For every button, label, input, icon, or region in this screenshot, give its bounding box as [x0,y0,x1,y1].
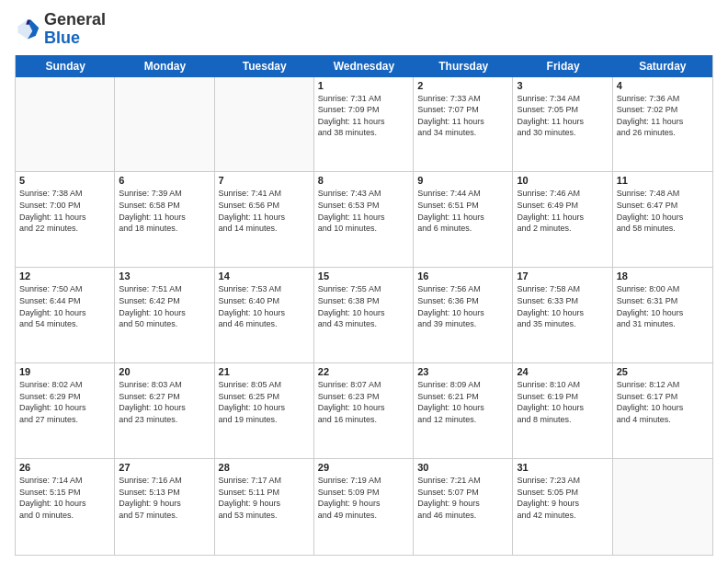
weekday-header-monday: Monday [115,55,214,77]
calendar-cell-15: 15Sunrise: 7:55 AM Sunset: 6:38 PM Dayli… [314,268,414,362]
day-info: Sunrise: 7:34 AM Sunset: 7:05 PM Dayligh… [517,93,608,139]
day-number: 17 [517,270,608,282]
weekday-header-thursday: Thursday [414,55,513,77]
day-number: 28 [219,462,310,473]
calendar-cell-27: 27Sunrise: 7:16 AM Sunset: 5:13 PM Dayli… [115,459,214,555]
calendar-cell-26: 26Sunrise: 7:14 AM Sunset: 5:15 PM Dayli… [16,459,115,555]
day-info: Sunrise: 8:00 AM Sunset: 6:31 PM Dayligh… [617,283,709,329]
calendar-cell-20: 20Sunrise: 8:03 AM Sunset: 6:27 PM Dayli… [115,363,214,458]
weekday-header-tuesday: Tuesday [215,55,314,77]
day-number: 10 [517,175,608,186]
day-number: 15 [318,270,409,282]
day-number: 20 [119,366,210,377]
calendar-row-3: 19Sunrise: 8:02 AM Sunset: 6:29 PM Dayli… [16,363,712,459]
day-info: Sunrise: 7:58 AM Sunset: 6:33 PM Dayligh… [517,283,608,329]
day-number: 22 [318,366,409,377]
logo-blue-text: Blue [44,29,80,47]
calendar-cell-14: 14Sunrise: 7:53 AM Sunset: 6:40 PM Dayli… [215,268,314,362]
weekday-header-sunday: Sunday [16,55,115,77]
day-info: Sunrise: 7:14 AM Sunset: 5:15 PM Dayligh… [19,475,110,521]
day-info: Sunrise: 7:21 AM Sunset: 5:07 PM Dayligh… [417,475,508,521]
calendar-body: 1Sunrise: 7:31 AM Sunset: 7:09 PM Daylig… [16,77,712,555]
day-number: 6 [119,175,210,186]
day-number: 3 [517,80,608,91]
day-number: 9 [417,175,508,186]
calendar-cell-9: 9Sunrise: 7:44 AM Sunset: 6:51 PM Daylig… [414,172,513,267]
day-number: 8 [318,175,409,186]
calendar-cell-25: 25Sunrise: 8:12 AM Sunset: 6:17 PM Dayli… [613,363,712,458]
day-info: Sunrise: 7:38 AM Sunset: 7:00 PM Dayligh… [19,188,110,234]
day-number: 24 [517,366,608,377]
calendar-cell-4: 4Sunrise: 7:36 AM Sunset: 7:02 PM Daylig… [613,77,712,172]
calendar-cell-21: 21Sunrise: 8:05 AM Sunset: 6:25 PM Dayli… [215,363,314,458]
calendar-cell-29: 29Sunrise: 7:19 AM Sunset: 5:09 PM Dayli… [314,459,414,555]
weekday-header-friday: Friday [513,55,612,77]
calendar-cell-12: 12Sunrise: 7:50 AM Sunset: 6:44 PM Dayli… [16,268,115,362]
calendar-cell-31: 31Sunrise: 7:23 AM Sunset: 5:05 PM Dayli… [513,459,612,555]
day-number: 16 [417,270,508,282]
day-info: Sunrise: 8:05 AM Sunset: 6:25 PM Dayligh… [219,379,310,425]
calendar-cell-empty-4-6 [613,459,712,555]
calendar-cell-1: 1Sunrise: 7:31 AM Sunset: 7:09 PM Daylig… [314,77,414,172]
day-number: 5 [19,175,110,186]
day-info: Sunrise: 8:09 AM Sunset: 6:21 PM Dayligh… [417,379,508,425]
day-number: 25 [617,366,709,377]
day-info: Sunrise: 7:55 AM Sunset: 6:38 PM Dayligh… [318,283,409,329]
weekday-header-wednesday: Wednesday [314,55,414,77]
day-info: Sunrise: 7:17 AM Sunset: 5:11 PM Dayligh… [219,475,310,521]
day-number: 19 [19,366,110,377]
day-number: 21 [219,366,310,377]
day-info: Sunrise: 7:53 AM Sunset: 6:40 PM Dayligh… [219,283,310,329]
day-info: Sunrise: 7:50 AM Sunset: 6:44 PM Dayligh… [19,283,110,329]
day-info: Sunrise: 7:16 AM Sunset: 5:13 PM Dayligh… [119,475,210,521]
day-info: Sunrise: 7:33 AM Sunset: 7:07 PM Dayligh… [417,93,508,139]
day-number: 14 [219,270,310,282]
calendar-row-0: 1Sunrise: 7:31 AM Sunset: 7:09 PM Daylig… [16,77,712,173]
calendar-cell-30: 30Sunrise: 7:21 AM Sunset: 5:07 PM Dayli… [414,459,513,555]
day-info: Sunrise: 7:39 AM Sunset: 6:58 PM Dayligh… [119,188,210,234]
day-info: Sunrise: 7:51 AM Sunset: 6:42 PM Dayligh… [119,283,210,329]
calendar-cell-18: 18Sunrise: 8:00 AM Sunset: 6:31 PM Dayli… [613,268,712,362]
day-info: Sunrise: 7:19 AM Sunset: 5:09 PM Dayligh… [318,475,409,521]
calendar-cell-7: 7Sunrise: 7:41 AM Sunset: 6:56 PM Daylig… [215,172,314,267]
day-info: Sunrise: 8:03 AM Sunset: 6:27 PM Dayligh… [119,379,210,425]
logo: GeneralBlue [15,11,106,48]
calendar-cell-11: 11Sunrise: 7:48 AM Sunset: 6:47 PM Dayli… [613,172,712,267]
day-info: Sunrise: 8:12 AM Sunset: 6:17 PM Dayligh… [617,379,709,425]
day-number: 11 [617,175,709,186]
day-info: Sunrise: 7:43 AM Sunset: 6:53 PM Dayligh… [318,188,409,234]
day-number: 4 [617,80,709,91]
day-info: Sunrise: 7:56 AM Sunset: 6:36 PM Dayligh… [417,283,508,329]
day-number: 30 [417,462,508,473]
calendar-row-1: 5Sunrise: 7:38 AM Sunset: 7:00 PM Daylig… [16,172,712,268]
day-info: Sunrise: 8:02 AM Sunset: 6:29 PM Dayligh… [19,379,110,425]
calendar-cell-13: 13Sunrise: 7:51 AM Sunset: 6:42 PM Dayli… [115,268,214,362]
header: GeneralBlue [15,11,713,48]
logo-icon [15,17,40,42]
day-number: 7 [219,175,310,186]
day-info: Sunrise: 7:48 AM Sunset: 6:47 PM Dayligh… [617,188,709,234]
calendar-cell-3: 3Sunrise: 7:34 AM Sunset: 7:05 PM Daylig… [513,77,612,172]
calendar-cell-17: 17Sunrise: 7:58 AM Sunset: 6:33 PM Dayli… [513,268,612,362]
weekday-header-saturday: Saturday [613,55,712,77]
day-info: Sunrise: 7:46 AM Sunset: 6:49 PM Dayligh… [517,188,608,234]
calendar-header: SundayMondayTuesdayWednesdayThursdayFrid… [16,55,712,77]
calendar-cell-28: 28Sunrise: 7:17 AM Sunset: 5:11 PM Dayli… [215,459,314,555]
day-number: 18 [617,270,709,282]
calendar: SundayMondayTuesdayWednesdayThursdayFrid… [15,55,713,556]
calendar-cell-5: 5Sunrise: 7:38 AM Sunset: 7:00 PM Daylig… [16,172,115,267]
calendar-cell-10: 10Sunrise: 7:46 AM Sunset: 6:49 PM Dayli… [513,172,612,267]
calendar-cell-empty-0-1 [115,77,214,172]
calendar-cell-16: 16Sunrise: 7:56 AM Sunset: 6:36 PM Dayli… [414,268,513,362]
calendar-cell-empty-0-2 [215,77,314,172]
day-info: Sunrise: 7:44 AM Sunset: 6:51 PM Dayligh… [417,188,508,234]
day-info: Sunrise: 8:07 AM Sunset: 6:23 PM Dayligh… [318,379,409,425]
day-info: Sunrise: 8:10 AM Sunset: 6:19 PM Dayligh… [517,379,608,425]
calendar-cell-2: 2Sunrise: 7:33 AM Sunset: 7:07 PM Daylig… [414,77,513,172]
calendar-row-2: 12Sunrise: 7:50 AM Sunset: 6:44 PM Dayli… [16,268,712,363]
calendar-cell-23: 23Sunrise: 8:09 AM Sunset: 6:21 PM Dayli… [414,363,513,458]
logo-general-text: General [44,10,106,29]
page: GeneralBlue SundayMondayTuesdayWednesday… [0,0,728,563]
calendar-cell-22: 22Sunrise: 8:07 AM Sunset: 6:23 PM Dayli… [314,363,414,458]
day-number: 27 [119,462,210,473]
